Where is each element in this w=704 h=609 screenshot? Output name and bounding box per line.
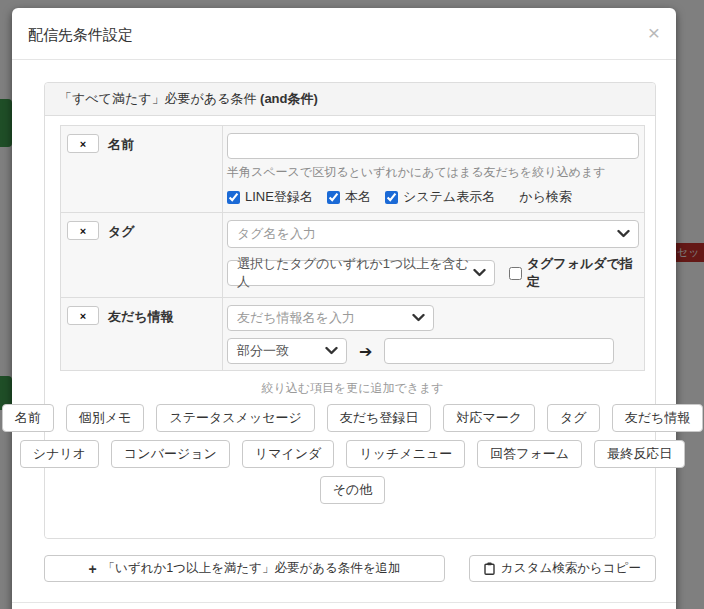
modal-title: 配信先条件設定 xyxy=(28,26,660,45)
friend-info-match-value: 部分一致 xyxy=(237,342,289,360)
tag-match-line: 選択したタグのいずれか1つ以上を含む人 タグフォルダで指定 xyxy=(227,255,639,291)
modal-body: 「すべて満たす」必要がある条件 (and条件) × 名前 半角スペースで区切ると… xyxy=(12,60,676,582)
condition-value-cell: 友だち情報名を入力 部分一致 xyxy=(223,298,644,370)
secondary-actions-row: + 「いずれか1つ以上を満たす」必要がある条件を追加 カスタム検索からコピー xyxy=(44,555,656,582)
checkbox-line-registered-name-input[interactable] xyxy=(227,191,240,204)
name-checkbox-line: LINE登録名 本名 システム表示名 から検索 xyxy=(227,188,639,206)
add-item-hint: 絞り込む項目を更に追加できます xyxy=(60,380,645,397)
condition-row-name: × 名前 半角スペースで区切るといずれかにあてはまる友だちを絞り込めます LIN… xyxy=(61,126,644,213)
condition-label-cell: × 名前 xyxy=(61,126,223,212)
add-condition-last-response-button[interactable]: 最終反応日 xyxy=(594,440,685,468)
add-buttons-row-1: 名前 個別メモ ステータスメッセージ 友だち登録日 対応マーク タグ 友だち情報 xyxy=(60,404,645,432)
checkbox-real-name[interactable]: 本名 xyxy=(327,188,371,206)
condition-value-cell: 半角スペースで区切るといずれかにあてはまる友だちを絞り込めます LINE登録名 … xyxy=(223,126,644,212)
and-conditions-body: × 名前 半角スペースで区切るといずれかにあてはまる友だちを絞り込めます LIN… xyxy=(45,116,655,538)
add-condition-answer-form-button[interactable]: 回答フォーム xyxy=(477,440,582,468)
add-buttons-row-3: その他 xyxy=(60,476,645,504)
remove-condition-icon[interactable]: × xyxy=(67,306,99,325)
add-or-condition-button[interactable]: + 「いずれか1つ以上を満たす」必要がある条件を追加 xyxy=(44,555,445,582)
copy-from-custom-search-label: カスタム検索からコピー xyxy=(501,560,641,577)
add-or-condition-label: 「いずれか1つ以上を満たす」必要がある条件を追加 xyxy=(103,560,401,577)
condition-label-cell: × 友だち情報 xyxy=(61,298,223,370)
checkbox-label: システム表示名 xyxy=(403,188,495,206)
chevron-down-icon xyxy=(325,347,338,356)
add-condition-scenario-button[interactable]: シナリオ xyxy=(20,440,99,468)
plus-icon: + xyxy=(88,562,96,576)
and-conditions-panel: 「すべて満たす」必要がある条件 (and条件) × 名前 半角スペースで区切ると… xyxy=(44,82,656,539)
add-condition-support-mark-button[interactable]: 対応マーク xyxy=(443,404,535,432)
condition-value-cell: タグ名を入力 選択したタグのいずれか1つ以上を含む人 xyxy=(223,213,644,297)
tag-match-select[interactable]: 選択したタグのいずれか1つ以上を含む人 xyxy=(227,260,495,286)
checkbox-system-display-name-input[interactable] xyxy=(385,191,398,204)
remove-condition-icon[interactable]: × xyxy=(67,134,99,153)
name-helper-text: 半角スペースで区切るといずれかにあてはまる友だちを絞り込めます xyxy=(227,164,639,181)
checkbox-label: 本名 xyxy=(345,188,371,206)
condition-label: タグ xyxy=(108,221,135,241)
condition-table: × 名前 半角スペースで区切るといずれかにあてはまる友だちを絞り込めます LIN… xyxy=(60,125,645,371)
condition-row-friend-info: × 友だち情報 友だち情報名を入力 xyxy=(61,298,644,370)
condition-label-cell: × タグ xyxy=(61,213,223,297)
chevron-down-icon xyxy=(412,314,425,323)
friend-info-select-placeholder: 友だち情報名を入力 xyxy=(237,309,355,327)
add-condition-tag-button[interactable]: タグ xyxy=(547,404,600,432)
friend-info-name-select[interactable]: 友だち情報名を入力 xyxy=(227,305,434,331)
checkbox-real-name-input[interactable] xyxy=(327,191,340,204)
add-condition-name-button[interactable]: 名前 xyxy=(2,404,54,432)
and-conditions-header: 「すべて満たす」必要がある条件 (and条件) xyxy=(45,83,655,116)
close-icon[interactable]: × xyxy=(648,22,660,43)
checkbox-label: LINE登録名 xyxy=(245,188,313,206)
add-condition-status-message-button[interactable]: ステータスメッセージ xyxy=(156,404,314,432)
condition-label: 友だち情報 xyxy=(108,306,174,326)
copy-from-custom-search-button[interactable]: カスタム検索からコピー xyxy=(469,555,656,582)
checkbox-system-display-name[interactable]: システム表示名 xyxy=(385,188,495,206)
and-conditions-header-text: 「すべて満たす」必要がある条件 xyxy=(59,91,260,106)
add-condition-friend-info-button[interactable]: 友だち情報 xyxy=(612,404,704,432)
add-condition-conversion-button[interactable]: コンバージョン xyxy=(111,440,230,468)
clipboard-copy-icon xyxy=(484,562,495,575)
tag-match-select-value: 選択したタグのいずれか1つ以上を含む人 xyxy=(237,255,470,291)
search-from-suffix: から検索 xyxy=(519,188,572,206)
tag-name-select-placeholder: タグ名を入力 xyxy=(237,225,316,243)
tag-folder-checkbox-label: タグフォルダで指定 xyxy=(527,255,639,291)
add-condition-reminder-button[interactable]: リマインダ xyxy=(242,440,335,468)
friend-info-match-select[interactable]: 部分一致 xyxy=(227,338,347,364)
and-conditions-header-bold: (and条件) xyxy=(260,91,318,106)
name-search-input[interactable] xyxy=(227,133,639,159)
delivery-condition-modal: 配信先条件設定 × 「すべて満たす」必要がある条件 (and条件) × 名前 xyxy=(12,8,676,609)
tag-folder-checkbox[interactable]: タグフォルダで指定 xyxy=(509,255,639,291)
condition-label: 名前 xyxy=(108,134,134,154)
tag-name-select[interactable]: タグ名を入力 xyxy=(227,220,639,248)
condition-row-tag: × タグ タグ名を入力 xyxy=(61,213,644,298)
tag-folder-checkbox-input[interactable] xyxy=(509,267,522,280)
add-condition-other-button[interactable]: その他 xyxy=(320,476,386,504)
add-condition-memo-button[interactable]: 個別メモ xyxy=(66,404,145,432)
chevron-down-icon xyxy=(473,269,486,278)
add-buttons-row-2: シナリオ コンバージョン リマインダ リッチメニュー 回答フォーム 最終反応日 xyxy=(60,440,645,468)
add-condition-rich-menu-button[interactable]: リッチメニュー xyxy=(346,440,465,468)
chevron-down-icon xyxy=(617,230,630,239)
remove-condition-icon[interactable]: × xyxy=(67,221,99,240)
friend-info-match-line: 部分一致 ➔ xyxy=(227,338,639,364)
modal-footer: この条件で決定する xyxy=(12,602,676,609)
arrow-right-icon: ➔ xyxy=(359,342,372,361)
checkbox-line-registered-name[interactable]: LINE登録名 xyxy=(227,188,313,206)
friend-info-value-input[interactable] xyxy=(384,338,614,364)
modal-header: 配信先条件設定 × xyxy=(12,8,676,60)
add-condition-friend-added-date-button[interactable]: 友だち登録日 xyxy=(327,404,432,432)
